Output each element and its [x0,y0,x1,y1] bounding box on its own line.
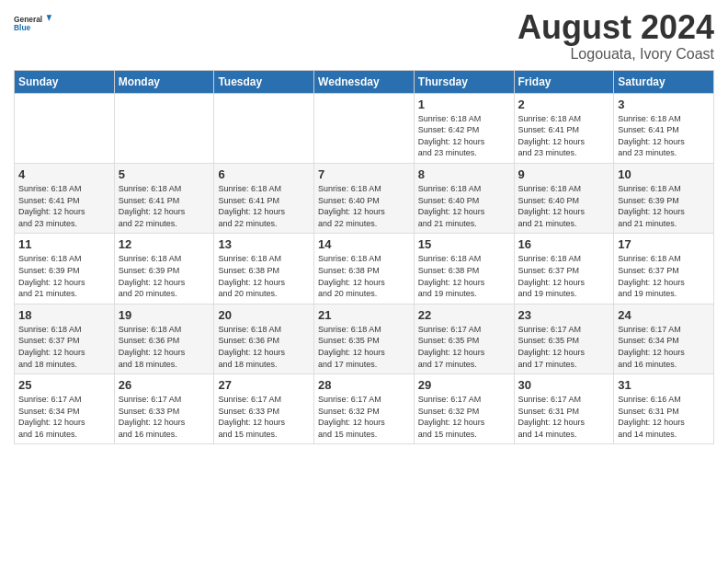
col-header-saturday: Saturday [614,70,714,93]
day-number: 16 [518,237,610,251]
calendar-cell: 6Sunrise: 6:18 AMSunset: 6:41 PMDaylight… [214,163,314,233]
svg-text:Blue: Blue [14,23,30,32]
col-header-wednesday: Wednesday [314,70,415,93]
calendar-cell: 31Sunrise: 6:16 AMSunset: 6:31 PMDayligh… [614,374,714,444]
col-header-tuesday: Tuesday [214,70,314,93]
day-number: 26 [119,378,210,392]
day-info: Sunrise: 6:18 AMSunset: 6:39 PMDaylight:… [119,254,186,298]
day-number: 15 [418,237,510,251]
day-info: Sunrise: 6:18 AMSunset: 6:37 PMDaylight:… [618,254,685,298]
day-info: Sunrise: 6:18 AMSunset: 6:36 PMDaylight:… [218,325,285,369]
col-header-thursday: Thursday [414,70,514,93]
svg-marker-1 [47,15,51,21]
calendar-cell [314,93,415,163]
calendar-cell: 3Sunrise: 6:18 AMSunset: 6:41 PMDaylight… [614,93,714,163]
calendar-cell: 27Sunrise: 6:17 AMSunset: 6:33 PMDayligh… [214,374,314,444]
calendar-cell: 8Sunrise: 6:18 AMSunset: 6:40 PMDaylight… [414,163,514,233]
logo-svg: General Blue [14,9,52,39]
calendar-table: SundayMondayTuesdayWednesdayThursdayFrid… [14,70,714,445]
day-number: 23 [518,308,610,322]
day-info: Sunrise: 6:18 AMSunset: 6:41 PMDaylight:… [618,114,685,158]
calendar-cell: 9Sunrise: 6:18 AMSunset: 6:40 PMDaylight… [514,163,614,233]
day-info: Sunrise: 6:18 AMSunset: 6:37 PMDaylight:… [518,254,586,298]
day-number: 8 [418,167,510,181]
day-info: Sunrise: 6:18 AMSunset: 6:37 PMDaylight:… [18,325,85,369]
calendar-cell: 21Sunrise: 6:18 AMSunset: 6:35 PMDayligh… [314,304,415,373]
day-info: Sunrise: 6:18 AMSunset: 6:40 PMDaylight:… [318,184,385,228]
calendar-cell: 11Sunrise: 6:18 AMSunset: 6:39 PMDayligh… [15,234,115,304]
day-number: 31 [618,378,710,392]
page-container: General Blue August 2024 Logouata, Ivory… [0,0,728,454]
day-number: 4 [18,167,110,181]
calendar-cell: 4Sunrise: 6:18 AMSunset: 6:41 PMDaylight… [15,163,115,233]
calendar-cell: 14Sunrise: 6:18 AMSunset: 6:38 PMDayligh… [314,234,415,304]
col-header-monday: Monday [114,70,214,93]
calendar-cell: 7Sunrise: 6:18 AMSunset: 6:40 PMDaylight… [314,163,415,233]
day-info: Sunrise: 6:18 AMSunset: 6:35 PMDaylight:… [318,325,385,369]
col-header-sunday: Sunday [15,70,115,93]
day-number: 7 [318,167,410,181]
day-number: 3 [618,98,710,111]
col-header-friday: Friday [514,70,614,93]
calendar-cell: 13Sunrise: 6:18 AMSunset: 6:38 PMDayligh… [214,234,314,304]
day-info: Sunrise: 6:18 AMSunset: 6:39 PMDaylight:… [18,254,85,298]
calendar-cell: 28Sunrise: 6:17 AMSunset: 6:32 PMDayligh… [314,374,415,444]
day-number: 17 [618,237,710,251]
calendar-cell: 26Sunrise: 6:17 AMSunset: 6:33 PMDayligh… [114,374,214,444]
day-info: Sunrise: 6:17 AMSunset: 6:33 PMDaylight:… [218,395,285,439]
day-info: Sunrise: 6:16 AMSunset: 6:31 PMDaylight:… [618,395,685,439]
day-info: Sunrise: 6:17 AMSunset: 6:31 PMDaylight:… [518,395,586,439]
calendar-cell: 23Sunrise: 6:17 AMSunset: 6:35 PMDayligh… [514,304,614,373]
calendar-cell: 19Sunrise: 6:18 AMSunset: 6:36 PMDayligh… [114,304,214,373]
day-info: Sunrise: 6:18 AMSunset: 6:40 PMDaylight:… [518,184,586,228]
calendar-cell: 5Sunrise: 6:18 AMSunset: 6:41 PMDaylight… [114,163,214,233]
day-number: 28 [318,378,410,392]
calendar-cell: 24Sunrise: 6:17 AMSunset: 6:34 PMDayligh… [614,304,714,373]
day-number: 5 [119,167,210,181]
day-number: 10 [618,167,710,181]
title-block: August 2024 Logouata, Ivory Coast [518,9,714,63]
day-info: Sunrise: 6:18 AMSunset: 6:42 PMDaylight:… [418,114,485,158]
calendar-cell: 12Sunrise: 6:18 AMSunset: 6:39 PMDayligh… [114,234,214,304]
day-info: Sunrise: 6:18 AMSunset: 6:39 PMDaylight:… [618,184,685,228]
day-number: 18 [18,308,110,322]
day-number: 21 [318,308,410,322]
day-info: Sunrise: 6:18 AMSunset: 6:40 PMDaylight:… [418,184,485,228]
calendar-cell: 16Sunrise: 6:18 AMSunset: 6:37 PMDayligh… [514,234,614,304]
calendar-cell [114,93,214,163]
day-info: Sunrise: 6:17 AMSunset: 6:33 PMDaylight:… [119,395,186,439]
day-number: 2 [518,98,610,111]
calendar-cell: 20Sunrise: 6:18 AMSunset: 6:36 PMDayligh… [214,304,314,373]
day-info: Sunrise: 6:17 AMSunset: 6:35 PMDaylight:… [418,325,485,369]
calendar-cell [214,93,314,163]
subtitle: Logouata, Ivory Coast [518,46,714,63]
day-info: Sunrise: 6:18 AMSunset: 6:38 PMDaylight:… [218,254,285,298]
day-info: Sunrise: 6:18 AMSunset: 6:38 PMDaylight:… [318,254,385,298]
day-number: 6 [218,167,310,181]
calendar-cell: 15Sunrise: 6:18 AMSunset: 6:38 PMDayligh… [414,234,514,304]
day-info: Sunrise: 6:18 AMSunset: 6:41 PMDaylight:… [518,114,586,158]
svg-text:General: General [14,15,42,24]
calendar-cell: 22Sunrise: 6:17 AMSunset: 6:35 PMDayligh… [414,304,514,373]
day-number: 12 [119,237,210,251]
calendar-cell: 2Sunrise: 6:18 AMSunset: 6:41 PMDaylight… [514,93,614,163]
day-number: 25 [18,378,110,392]
day-number: 11 [18,237,110,251]
day-number: 9 [518,167,610,181]
day-info: Sunrise: 6:17 AMSunset: 6:34 PMDaylight:… [18,395,85,439]
day-number: 14 [318,237,410,251]
day-info: Sunrise: 6:17 AMSunset: 6:32 PMDaylight:… [418,395,485,439]
calendar-cell: 17Sunrise: 6:18 AMSunset: 6:37 PMDayligh… [614,234,714,304]
calendar-cell: 10Sunrise: 6:18 AMSunset: 6:39 PMDayligh… [614,163,714,233]
calendar-cell [15,93,115,163]
day-info: Sunrise: 6:18 AMSunset: 6:38 PMDaylight:… [418,254,485,298]
day-number: 27 [218,378,310,392]
day-number: 19 [119,308,210,322]
day-number: 13 [218,237,310,251]
day-info: Sunrise: 6:17 AMSunset: 6:34 PMDaylight:… [618,325,685,369]
day-number: 22 [418,308,510,322]
day-number: 30 [518,378,610,392]
calendar-cell: 29Sunrise: 6:17 AMSunset: 6:32 PMDayligh… [414,374,514,444]
day-info: Sunrise: 6:17 AMSunset: 6:35 PMDaylight:… [518,325,586,369]
calendar-cell: 1Sunrise: 6:18 AMSunset: 6:42 PMDaylight… [414,93,514,163]
